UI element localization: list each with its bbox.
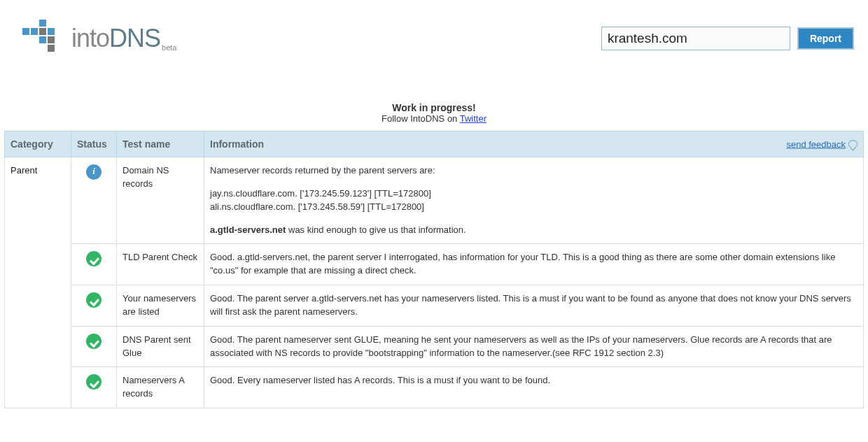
status-cell <box>71 326 117 367</box>
table-row: TLD Parent Check Good. a.gtld-servers.ne… <box>5 244 864 285</box>
send-feedback-link[interactable]: send feedback <box>786 139 858 150</box>
status-cell <box>71 285 117 327</box>
test-name: Your nameservers are listed <box>117 285 204 327</box>
test-name: DNS Parent sent Glue <box>117 326 204 367</box>
svg-rect-5 <box>39 36 46 43</box>
report-button[interactable]: Report <box>797 27 854 50</box>
svg-rect-3 <box>39 28 46 35</box>
table-row: Nameservers A records Good. Every namese… <box>5 367 864 408</box>
svg-rect-1 <box>22 28 29 35</box>
col-status: Status <box>71 131 117 157</box>
test-name: Nameservers A records <box>117 367 204 408</box>
check-icon <box>86 334 102 349</box>
info-cell: Good. Every nameserver listed has A reco… <box>204 367 864 408</box>
svg-rect-0 <box>39 20 46 27</box>
status-cell <box>71 157 117 244</box>
report-table: Category Status Test name Information se… <box>4 131 864 408</box>
logo-text: intoDNS <box>71 24 160 53</box>
follow-text: Follow IntoDNS on Twitter <box>0 113 868 124</box>
table-header-row: Category Status Test name Information se… <box>5 131 864 157</box>
col-information: Information send feedback <box>204 131 864 157</box>
svg-rect-2 <box>31 28 38 35</box>
col-testname: Test name <box>117 131 204 157</box>
info-icon <box>86 164 102 180</box>
info-cell: Good. a.gtld-servers.net, the parent ser… <box>204 244 864 285</box>
domain-input[interactable] <box>601 27 790 50</box>
table-row: DNS Parent sent Glue Good. The parent na… <box>5 326 864 367</box>
logo-beta: beta <box>162 43 176 52</box>
twitter-link[interactable]: Twitter <box>460 113 486 124</box>
check-icon <box>86 374 102 390</box>
feedback-icon <box>848 141 858 148</box>
check-icon <box>86 292 102 308</box>
table-row: Parent Domain NS records Nameserver reco… <box>5 157 864 244</box>
notice: Work in progress! Follow IntoDNS on Twit… <box>0 102 868 124</box>
search-form: Report <box>601 27 854 50</box>
info-cell: Good. The parent server a.gtld-servers.n… <box>204 285 864 327</box>
logo[interactable]: intoDNS beta <box>22 20 176 53</box>
test-name: TLD Parent Check <box>117 244 204 285</box>
test-name: Domain NS records <box>117 157 204 244</box>
wip-text: Work in progress! <box>0 102 868 113</box>
info-cell: Nameserver records returned by the paren… <box>204 157 864 244</box>
svg-rect-4 <box>48 28 55 35</box>
table-row: Your nameservers are listed Good. The pa… <box>5 285 864 327</box>
status-cell <box>71 244 117 285</box>
status-cell <box>71 367 117 408</box>
svg-rect-6 <box>48 36 55 43</box>
category-cell: Parent <box>5 157 71 408</box>
header: intoDNS beta Report <box>0 0 868 60</box>
svg-rect-7 <box>48 45 55 52</box>
col-category: Category <box>5 131 71 157</box>
check-icon <box>86 251 102 266</box>
info-cell: Good. The parent nameserver sent GLUE, m… <box>204 326 864 367</box>
logo-icon <box>22 20 67 53</box>
